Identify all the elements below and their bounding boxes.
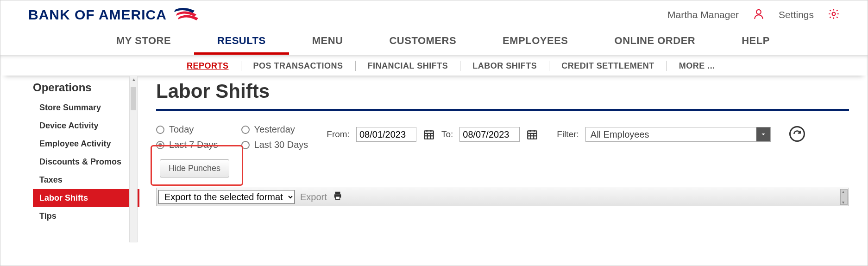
svg-rect-9 (528, 131, 537, 139)
nav-results[interactable]: RESULTS (194, 27, 289, 55)
nav-my-store[interactable]: MY STORE (93, 27, 194, 55)
nav-employees[interactable]: EMPLOYEES (479, 27, 591, 55)
divider (355, 61, 356, 71)
export-format-select[interactable]: Export to the selected format (158, 190, 295, 204)
svg-rect-2 (424, 131, 434, 139)
sidebar-item-employee-activity[interactable]: Employee Activity (33, 135, 139, 153)
employee-filter: Filter: All Employees (557, 127, 771, 142)
filter-row: Today Yesterday Last 7 Days Last 30 Days… (156, 124, 849, 150)
user-area: Martha Manager Settings (667, 8, 840, 22)
title-rule (156, 109, 849, 111)
sidebar-title: Operations (33, 81, 139, 94)
subnav-financial-shifts[interactable]: FINANCIAL SHIFTS (358, 61, 459, 71)
calendar-icon[interactable] (423, 128, 435, 140)
sidebar-item-taxes[interactable]: Taxes (33, 171, 139, 189)
radio-label: Last 30 Days (254, 139, 308, 150)
divider (549, 61, 549, 71)
filter-dropdown[interactable]: All Employees (585, 127, 771, 142)
svg-point-0 (756, 9, 761, 14)
brand-logo: BANK OF AMERICA (28, 6, 202, 24)
settings-link[interactable]: Settings (779, 9, 814, 20)
highlight-annotation (151, 145, 243, 186)
print-icon[interactable] (333, 190, 343, 203)
radio-last-30-days[interactable]: Last 30 Days (241, 139, 308, 150)
svg-rect-16 (335, 192, 340, 195)
subnav-labor-shifts[interactable]: LABOR SHIFTS (462, 61, 547, 71)
subnav-pos-transactions[interactable]: POS TRANSACTIONS (243, 61, 353, 71)
radio-yesterday[interactable]: Yesterday (241, 124, 308, 135)
from-label: From: (327, 129, 350, 139)
content: Operations Store Summary Device Activity… (0, 76, 868, 242)
nav-menu[interactable]: MENU (289, 27, 366, 55)
nav-customers[interactable]: CUSTOMERS (366, 27, 479, 55)
subnav-credit-settlement[interactable]: CREDIT SETTLEMENT (551, 61, 665, 71)
sidebar-scrollbar[interactable]: ▲ (129, 76, 138, 242)
radio-icon (241, 126, 250, 134)
chevron-down-icon (756, 127, 770, 141)
main-area: Labor Shifts Today Yesterday Last 7 Days (139, 76, 868, 242)
radio-icon (156, 126, 164, 134)
subnav-more[interactable]: MORE ... (669, 61, 725, 71)
sidebar: Operations Store Summary Device Activity… (0, 76, 139, 242)
user-name[interactable]: Martha Manager (667, 9, 739, 20)
nav-online-order[interactable]: ONLINE ORDER (591, 27, 719, 55)
filter-label: Filter: (557, 129, 579, 139)
brand-name: BANK OF AMERICA (28, 7, 167, 23)
filter-selected: All Employees (591, 129, 649, 140)
page-title: Labor Shifts (156, 80, 849, 102)
refresh-button[interactable] (789, 126, 805, 142)
divider (460, 61, 460, 71)
divider (667, 61, 667, 71)
svg-rect-18 (335, 196, 340, 199)
subnav-reports[interactable]: REPORTS (176, 61, 239, 71)
export-toolbar: Export to the selected format Export ▴▾ (156, 188, 849, 206)
report-scrollbar[interactable]: ▴▾ (840, 189, 848, 205)
to-label: To: (441, 129, 453, 139)
svg-point-1 (832, 12, 836, 15)
sidebar-item-device-activity[interactable]: Device Activity (33, 117, 139, 135)
nav-help[interactable]: HELP (718, 27, 793, 55)
calendar-icon[interactable] (526, 128, 538, 140)
radio-label: Today (169, 124, 194, 135)
user-icon[interactable] (753, 8, 765, 22)
sidebar-item-store-summary[interactable]: Store Summary (33, 99, 139, 117)
radio-today[interactable]: Today (156, 124, 218, 135)
header: BANK OF AMERICA Martha Manager Settings (0, 0, 868, 27)
to-date-input[interactable] (459, 127, 520, 142)
date-filter: From: To: (327, 127, 538, 142)
sidebar-item-labor-shifts[interactable]: Labor Shifts (33, 189, 139, 207)
from-date-input[interactable] (356, 127, 416, 142)
sidebar-item-tips[interactable]: Tips (33, 207, 139, 225)
sidebar-item-discounts-promos[interactable]: Discounts & Promos (33, 153, 139, 171)
scrollbar-thumb[interactable] (131, 87, 136, 110)
divider (241, 61, 241, 71)
radio-label: Yesterday (254, 124, 295, 135)
gear-icon[interactable] (828, 8, 840, 22)
flag-icon (174, 6, 202, 24)
export-button[interactable]: Export (300, 192, 327, 203)
sub-nav: REPORTS POS TRANSACTIONS FINANCIAL SHIFT… (0, 55, 868, 76)
main-nav: MY STORE RESULTS MENU CUSTOMERS EMPLOYEE… (0, 27, 868, 55)
